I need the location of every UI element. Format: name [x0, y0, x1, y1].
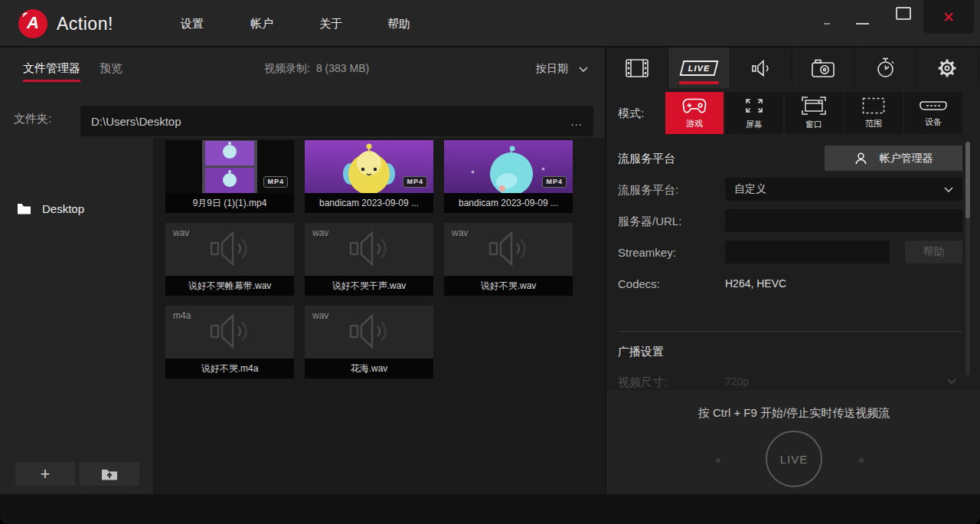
- add-icon: +: [41, 464, 51, 484]
- file-name: 说好不哭帷幕带.wav: [165, 276, 294, 296]
- server-url-label: 服务器/URL:: [618, 215, 681, 229]
- tab-recordings[interactable]: [606, 47, 668, 88]
- chevron-down-icon: [947, 378, 956, 384]
- pin-icon[interactable]: [824, 23, 830, 25]
- audio-type-label: wav: [312, 228, 328, 238]
- live-hotkey-hint: 按 Ctrl + F9 开始/停止实时传送视频流: [606, 406, 980, 421]
- add-folder-button[interactable]: +: [15, 462, 75, 486]
- mode-window-button[interactable]: 窗口: [785, 92, 843, 134]
- live-start-button[interactable]: LIVE: [766, 431, 822, 487]
- tab-live[interactable]: LIVE: [668, 47, 730, 88]
- sort-by-dropdown[interactable]: 按日期: [536, 62, 588, 76]
- speaker-icon: [343, 229, 395, 267]
- gamepad-icon: [681, 97, 707, 114]
- menu-account[interactable]: 帐户: [250, 17, 273, 31]
- file-name: 花海.wav: [305, 359, 433, 378]
- menu-settings[interactable]: 设置: [181, 17, 204, 31]
- decor-dot-icon: [716, 458, 720, 463]
- file-tile-video[interactable]: MP4 bandicam 2023-09-09 ...: [305, 140, 433, 213]
- file-type-badge: MP4: [263, 176, 288, 188]
- screen-icon: [743, 97, 765, 115]
- right-panel-tabs: LIVE: [606, 47, 980, 88]
- streamkey-label: Streamkey:: [618, 246, 676, 259]
- help-button[interactable]: 帮助: [905, 241, 962, 264]
- codecs-value: H264, HEVC: [725, 277, 786, 290]
- tab-settings[interactable]: [916, 47, 978, 88]
- titlebar: A Action! 设置 帐户 关于 帮助 ✕: [0, 0, 980, 47]
- live-footer: 按 Ctrl + F9 开始/停止实时传送视频流 LIVE: [606, 391, 980, 494]
- tab-file-manager[interactable]: 文件管理器: [23, 61, 80, 76]
- mode-device-button[interactable]: 设备: [904, 92, 962, 134]
- live-panel: LIVE 模式: 游戏 屏幕: [605, 47, 980, 494]
- app-window: A Action! 设置 帐户 关于 帮助 ✕ 文件管理器 预览 视频录制:8 …: [0, 0, 980, 524]
- file-tile-audio[interactable]: wav 说好不哭干声.wav: [305, 223, 433, 296]
- streamkey-input[interactable]: [734, 246, 880, 258]
- folder-path-input[interactable]: D:\Users\Desktop ...: [80, 106, 593, 136]
- platform-label: 流服务平台:: [618, 183, 678, 198]
- tree-item-desktop[interactable]: Desktop: [0, 198, 153, 219]
- file-tile-audio[interactable]: wav 说好不哭帷幕带.wav: [165, 223, 294, 296]
- settings-tab-icon: [936, 57, 958, 79]
- file-tile-audio[interactable]: wav 说好不哭.wav: [444, 223, 573, 296]
- settings-scrollbar[interactable]: [965, 142, 970, 375]
- tab-screenshots[interactable]: [792, 47, 854, 88]
- file-type-badge: MP4: [542, 176, 567, 188]
- platform-dropdown[interactable]: 自定义: [725, 178, 962, 201]
- import-folder-icon: [101, 467, 118, 480]
- speaker-icon: [343, 312, 395, 350]
- tab-preview[interactable]: 预览: [100, 61, 122, 76]
- recordings-tab-icon: [626, 59, 648, 77]
- maximize-button[interactable]: [896, 7, 911, 20]
- video-thumbnail: MP4: [305, 140, 433, 193]
- device-icon: [920, 99, 947, 113]
- folder-icon: [17, 203, 31, 215]
- file-grid: MP4 9月9日 (1)(1).mp4: [153, 138, 605, 494]
- speaker-icon: [204, 312, 256, 350]
- folder-path-value: D:\Users\Desktop: [91, 115, 570, 128]
- section-divider: [618, 331, 962, 332]
- window-bottom-strip: [0, 494, 980, 524]
- file-tile-video[interactable]: MP4 bandicam 2023-09-09 ...: [444, 140, 573, 213]
- file-name: 说好不哭.m4a: [165, 359, 294, 378]
- audio-type-label: wav: [452, 228, 468, 238]
- close-button[interactable]: ✕: [923, 0, 974, 34]
- screenshot-tab-icon: [812, 59, 835, 77]
- folder-label: 文件夹:: [14, 112, 51, 126]
- mode-screen-button[interactable]: 屏幕: [725, 92, 783, 134]
- mode-region-button[interactable]: 范围: [844, 92, 903, 134]
- file-name: 说好不哭.wav: [444, 276, 573, 296]
- audio-type-label: wav: [312, 310, 328, 321]
- file-tile-audio[interactable]: m4a 说好不哭.m4a: [165, 306, 294, 378]
- server-url-input[interactable]: [734, 215, 953, 227]
- region-icon: [862, 97, 885, 114]
- browse-folder-button[interactable]: ...: [570, 115, 583, 128]
- menu-about[interactable]: 关于: [319, 17, 342, 31]
- app-title: Action!: [57, 14, 113, 34]
- mode-label: 模式:: [618, 106, 644, 121]
- scrollbar-thumb[interactable]: [965, 142, 970, 218]
- recordings-summary: 视频录制:8 (383 MB): [264, 62, 369, 76]
- file-type-badge: MP4: [403, 176, 427, 188]
- stream-section-title: 流服务平台: [618, 152, 675, 166]
- mode-row: 模式: 游戏 屏幕 窗口 范围 设备: [606, 88, 980, 138]
- chevron-down-icon: [579, 67, 588, 72]
- speaker-icon: [482, 229, 534, 267]
- file-tile-video[interactable]: MP4 9月9日 (1)(1).mp4: [165, 140, 294, 213]
- video-size-value: 720p: [725, 375, 749, 388]
- file-tile-audio[interactable]: wav 花海.wav: [305, 306, 433, 378]
- tab-audio[interactable]: [730, 47, 792, 88]
- menu-help[interactable]: 帮助: [387, 17, 410, 31]
- mode-game-button[interactable]: 游戏: [665, 92, 724, 134]
- tab-timer[interactable]: [854, 47, 916, 88]
- window-icon: [802, 97, 826, 115]
- account-manager-button[interactable]: 帐户管理器: [825, 146, 962, 171]
- app-logo-icon: A: [18, 9, 47, 38]
- timer-tab-icon: [875, 57, 896, 78]
- file-name: 说好不哭干声.wav: [305, 276, 433, 296]
- minimize-button[interactable]: [856, 23, 869, 25]
- broadcast-section-title: 广播设置: [618, 345, 664, 359]
- decor-dot-icon: [859, 458, 864, 463]
- import-folder-button[interactable]: [80, 462, 139, 486]
- video-thumbnail: MP4: [165, 140, 294, 193]
- codecs-label: Codecs:: [618, 277, 660, 290]
